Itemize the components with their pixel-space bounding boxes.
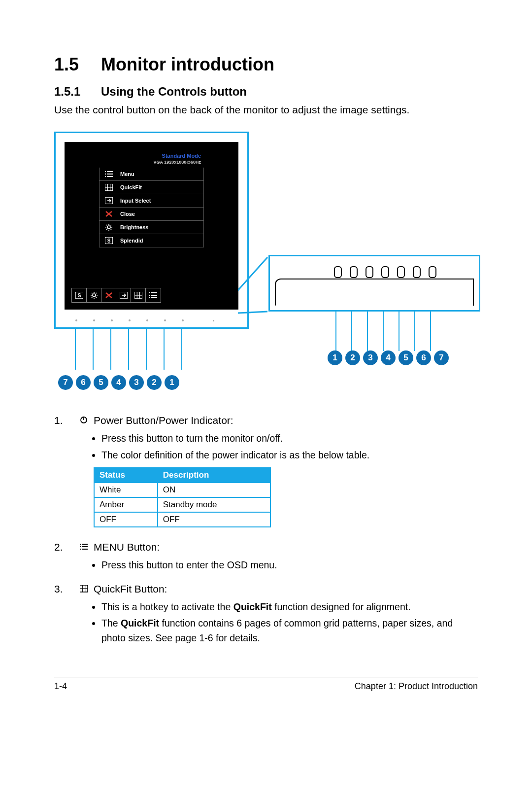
table-cell: Standby mode [158, 497, 270, 512]
list-item-power: 1. Power Button/Power Indicator: Press t… [54, 415, 478, 532]
subsection-heading: 1.5.1Using the Controls button [54, 85, 478, 99]
input-icon [116, 288, 131, 302]
item-title: MENU Button: [94, 541, 160, 553]
table-cell: ON [158, 483, 270, 497]
callout-badge: 5 [399, 350, 413, 365]
section-title: Monitor introduction [101, 54, 274, 74]
section-number: 1.5 [54, 54, 101, 75]
subsection-number: 1.5.1 [54, 85, 101, 99]
callout-badge: 4 [381, 350, 396, 365]
item-number: 3. [54, 583, 79, 647]
osd-item-splendid: Splendid [99, 234, 204, 247]
osd-panel: Standard Mode VGA 1920x1080@60Hz Menu Qu… [99, 152, 204, 247]
table-cell: Amber [94, 497, 158, 512]
icon-strip [71, 288, 161, 303]
item-number: 1. [54, 415, 79, 532]
subsection-title: Using the Controls button [101, 85, 247, 98]
bullet: The QuickFit function contains 6 pages o… [101, 616, 478, 645]
bullet: Press this button to enter the OSD menu. [101, 558, 478, 572]
callout-badge: 7 [58, 375, 73, 390]
osd-item-label: Splendid [120, 238, 143, 244]
item-title: QuickFit Button: [94, 583, 167, 595]
bullet: Press this button to turn the monitor on… [101, 431, 478, 446]
monitor-screen: Standard Mode VGA 1920x1080@60Hz Menu Qu… [65, 142, 238, 310]
table-cell: OFF [158, 512, 270, 527]
controls-description-list: 1. Power Button/Power Indicator: Press t… [54, 415, 478, 647]
table-header: Status [94, 468, 158, 483]
osd-item-label: QuickFit [120, 184, 142, 190]
callout-badge: 2 [345, 350, 360, 365]
bullet: This is a hotkey to activate the QuickFi… [101, 600, 478, 614]
callout-badge: 5 [94, 375, 108, 390]
quickfit-icon [104, 184, 113, 191]
close-icon [104, 210, 113, 217]
osd-item-quickfit: QuickFit [99, 181, 204, 194]
menu-icon [146, 288, 161, 302]
callout-badge: 6 [416, 350, 431, 365]
osd-item-brightness: Brightness [99, 221, 204, 234]
callout-badge: 1 [328, 350, 342, 365]
brightness-icon [87, 288, 101, 302]
table-header: Description [158, 468, 270, 483]
list-item-menu: 2. MENU Button: Press this button to ent… [54, 541, 478, 574]
section-heading: 1.5Monitor introduction [54, 54, 478, 75]
callout-badge: 7 [434, 350, 449, 365]
table-cell: OFF [94, 512, 158, 527]
osd-item-input: Input Select [99, 194, 204, 208]
power-indicator-table: Status Description White ON Amber Standb… [94, 467, 271, 527]
monitor-front-bezel: Standard Mode VGA 1920x1080@60Hz Menu Qu… [54, 132, 249, 329]
menu-icon [104, 171, 113, 177]
list-item-quickfit: 3. QuickFit Button: This is a hotkey to … [54, 583, 478, 647]
callout-badge: 1 [165, 375, 179, 390]
callout-badge: 3 [129, 375, 144, 390]
table-cell: White [94, 483, 158, 497]
input-icon [104, 197, 113, 204]
osd-item-label: Close [120, 211, 135, 217]
footer-rule [54, 677, 478, 677]
close-icon [101, 288, 116, 302]
item-number: 2. [54, 541, 79, 574]
callout-badge: 6 [76, 375, 91, 390]
osd-item-menu: Menu [99, 168, 204, 181]
callout-badge: 4 [111, 375, 126, 390]
quickfit-icon [131, 288, 146, 302]
splendid-icon [72, 288, 87, 302]
right-callout-badges: 1234567 [328, 350, 449, 365]
back-button-slots [334, 266, 436, 278]
callout-badge: 3 [363, 350, 378, 365]
osd-item-label: Menu [120, 171, 134, 177]
controls-figure: Standard Mode VGA 1920x1080@60Hz Menu Qu… [54, 132, 478, 390]
callout-badge: 2 [147, 375, 162, 390]
left-callout-badges: 7654321 [58, 375, 249, 390]
osd-signal: VGA 1920x1080@60Hz [102, 160, 201, 165]
footer-chapter: Chapter 1: Product Introduction [355, 681, 478, 692]
osd-item-label: Input Select [120, 198, 151, 204]
menu-icon [79, 542, 90, 552]
monitor-chin [65, 314, 238, 323]
osd-item-close: Close [99, 208, 204, 221]
footer-page-number: 1-4 [54, 681, 67, 692]
item-title: Power Button/Power Indicator: [94, 415, 233, 426]
page-footer: 1-4 Chapter 1: Product Introduction [54, 681, 478, 711]
bullet: The color definition of the power indica… [101, 448, 478, 462]
quickfit-icon [79, 584, 90, 594]
osd-item-label: Brightness [120, 224, 148, 230]
brightness-icon [104, 224, 113, 231]
monitor-back-panel [268, 255, 480, 312]
power-icon [79, 416, 90, 425]
splendid-icon [104, 237, 113, 244]
osd-mode: Standard Mode [102, 153, 201, 159]
intro-paragraph: Use the control button on the back of th… [54, 103, 478, 117]
